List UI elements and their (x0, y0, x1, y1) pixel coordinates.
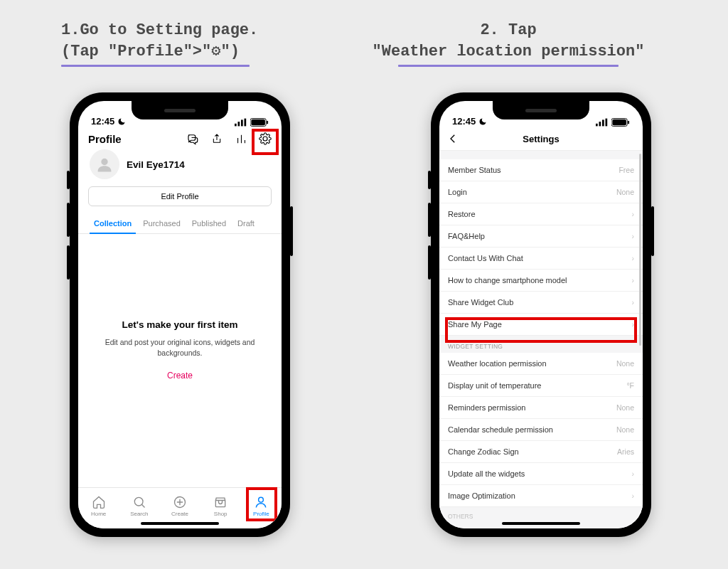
chevron-right-icon: › (632, 254, 635, 262)
battery-icon (250, 118, 269, 127)
stats-icon[interactable] (235, 132, 247, 145)
battery-icon (611, 118, 630, 127)
chevron-right-icon: › (632, 276, 635, 284)
tab-published[interactable]: Published (186, 213, 232, 233)
row-label: Share My Page (448, 320, 502, 329)
create-link[interactable]: Create (94, 371, 266, 381)
row-restore[interactable]: Restore › (439, 203, 643, 225)
row-label: Reminders permission (448, 403, 525, 412)
svg-rect-5 (251, 119, 265, 125)
speaker-slot (525, 109, 557, 112)
chat-icon[interactable] (186, 132, 199, 145)
svg-rect-6 (267, 121, 268, 124)
edit-profile-button[interactable]: Edit Profile (88, 186, 272, 206)
tab-collection[interactable]: Collection (88, 213, 137, 233)
underline-decor (61, 65, 250, 67)
row-zodiac[interactable]: Change Zodiac Sign Aries (439, 441, 643, 463)
row-label: Share Widget Club (448, 298, 513, 307)
row-member-status[interactable]: Member Status Free (439, 159, 643, 181)
row-value: Free (619, 166, 634, 174)
row-value: None (616, 188, 634, 196)
instruction-step-2: 2. Tap "Weather location permission" (355, 20, 661, 67)
row-label: Change Zodiac Sign (448, 447, 519, 456)
chevron-right-icon: › (632, 298, 635, 307)
svg-point-7 (101, 159, 107, 165)
row-temp-unit[interactable]: Display unit of temperature °F (439, 375, 643, 397)
tabbar-item-home[interactable]: Home (78, 488, 119, 524)
tabbar-label: Home (91, 511, 106, 517)
row-weather-permission[interactable]: Weather location permission None (439, 353, 643, 375)
row-label: How to change smartphone model (448, 276, 567, 284)
settings-list[interactable]: Member Status Free Login None Restore › … (439, 151, 643, 528)
row-label: Login (448, 188, 467, 196)
phone-side-button (67, 245, 70, 280)
phone-screen-settings: 12:45 Settings Member Status (439, 101, 643, 528)
tabbar-item-search[interactable]: Search (119, 488, 159, 524)
tabbar-label: Profile (253, 511, 269, 517)
svg-rect-12 (599, 122, 601, 126)
row-calendar-permission[interactable]: Calendar schedule permission None (439, 419, 643, 441)
home-icon (92, 495, 106, 509)
phone-screen-profile: 12:45 Profile (78, 101, 282, 528)
row-share-widget-club[interactable]: Share Widget Club › (439, 292, 643, 314)
tabbar-label: Shop (214, 511, 228, 517)
section-header-others-partial: OTHERS (439, 507, 643, 520)
page-title: Settings (523, 134, 559, 144)
tab-draft[interactable]: Draft (232, 213, 260, 233)
svg-rect-1 (238, 122, 240, 126)
row-label: Image Optimization (448, 491, 515, 500)
tabbar-item-profile[interactable]: Profile (241, 488, 282, 524)
plus-circle-icon (173, 495, 187, 509)
svg-rect-17 (628, 121, 629, 124)
row-value: None (616, 359, 634, 368)
row-share-my-page[interactable]: Share My Page › (439, 314, 643, 336)
avatar[interactable] (90, 149, 119, 179)
profile-header: Profile (78, 128, 282, 147)
phone-side-button (67, 171, 70, 189)
row-reminders-permission[interactable]: Reminders permission None (439, 397, 643, 419)
row-faq[interactable]: FAQ&Help › (439, 225, 643, 248)
empty-title: Let's make your first item (94, 319, 266, 330)
svg-rect-2 (241, 119, 243, 126)
tabbar-label: Create (171, 511, 188, 517)
section-header-widget-setting: WIDGET SETTING (439, 336, 643, 353)
phone-notch (493, 101, 589, 119)
row-change-model[interactable]: How to change smartphone model › (439, 270, 643, 292)
row-label: FAQ&Help (448, 232, 485, 240)
tabbar-item-shop[interactable]: Shop (200, 488, 241, 524)
cellular-signal-icon (596, 118, 609, 127)
row-login[interactable]: Login None (439, 181, 643, 203)
phone-side-button (290, 206, 293, 256)
share-icon[interactable] (210, 132, 223, 145)
phone-side-button (651, 206, 654, 256)
row-image-optimization[interactable]: Image Optimization › (439, 485, 643, 507)
row-update-all-widgets[interactable]: Update all the widgets › (439, 463, 643, 485)
tab-label: Purchased (143, 219, 181, 228)
home-indicator (141, 522, 219, 525)
svg-rect-11 (596, 124, 598, 127)
tab-purchased[interactable]: Purchased (137, 213, 186, 233)
scrollbar[interactable] (639, 154, 641, 346)
row-contact[interactable]: Contact Us With Chat › (439, 248, 643, 270)
row-value: Aries (617, 447, 634, 456)
gear-icon[interactable] (259, 132, 272, 145)
instruction-step-2-line2: "Weather location permission" (373, 43, 645, 60)
instruction-step-1: 1.Go to Setting page. (Tap "Profile">"⚙"… (61, 20, 282, 67)
row-value: °F (626, 381, 634, 390)
phone-side-button (428, 245, 431, 280)
home-indicator (502, 522, 580, 525)
chevron-right-icon: › (632, 469, 635, 478)
instruction-step-2-line1: 2. Tap (480, 21, 536, 39)
phone-side-button (428, 203, 431, 237)
speaker-slot (164, 109, 196, 112)
svg-rect-16 (612, 119, 626, 125)
empty-body: Edit and post your original icons, widge… (94, 337, 266, 358)
page-title: Profile (88, 133, 122, 145)
tabbar-item-create[interactable]: Create (159, 488, 200, 524)
create-link-label: Create (167, 371, 193, 381)
edit-profile-label: Edit Profile (161, 192, 198, 201)
back-button[interactable] (446, 132, 461, 147)
svg-point-8 (134, 497, 143, 506)
cellular-signal-icon (235, 118, 247, 127)
chevron-right-icon: › (632, 491, 635, 500)
